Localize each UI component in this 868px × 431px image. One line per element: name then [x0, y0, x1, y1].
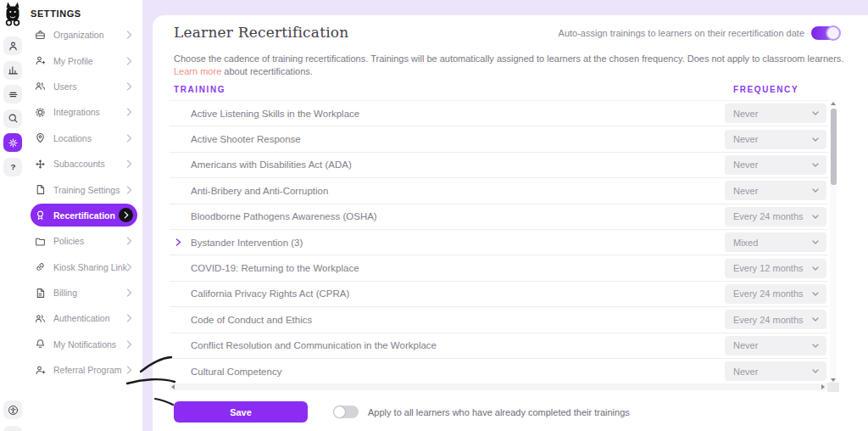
sidebar-item-label: Subaccounts: [53, 159, 105, 169]
llama-logo-icon[interactable]: [3, 2, 23, 27]
sidebar-item-authentication[interactable]: Authentication: [31, 305, 137, 331]
sidebar-item-my-profile[interactable]: My Profile: [31, 48, 137, 73]
frequency-select[interactable]: Every 24 months: [725, 284, 826, 304]
sidebar-item-policies[interactable]: Policies: [31, 228, 137, 254]
frequency-value: Mixed: [733, 238, 758, 248]
sidebar-item-kiosk-sharing-link[interactable]: Kiosk Sharing Link: [31, 255, 137, 280]
expand-chevron-icon[interactable]: [175, 238, 182, 246]
frequency-select[interactable]: Every 12 months: [725, 259, 826, 278]
frequency-select[interactable]: Never: [725, 336, 826, 355]
sidebar-item-label: Integrations: [53, 107, 100, 117]
rail-button-partial[interactable]: [3, 426, 22, 431]
chevron-down-icon: [812, 317, 819, 322]
frequency-select[interactable]: Never: [725, 181, 826, 200]
training-row: Active Listening Skills in the Workplace…: [170, 101, 828, 126]
training-name: Conflict Resolution and Communication in…: [191, 340, 437, 350]
sidebar-item-my-notifications[interactable]: My Notifications: [31, 332, 137, 357]
search-icon[interactable]: [3, 109, 22, 128]
vertical-scrollbar[interactable]: [830, 100, 837, 383]
sidebar-item-users[interactable]: Users: [31, 74, 137, 99]
content-icon[interactable]: [3, 85, 22, 104]
auto-assign-row: Auto-assign trainings to learners on the…: [559, 26, 839, 40]
sidebar-item-icon: [35, 159, 46, 170]
chevron-right-icon: [126, 134, 132, 143]
frequency-value: Never: [733, 160, 758, 170]
chevron-down-icon: [812, 292, 819, 296]
chevron-down-icon: [812, 163, 819, 167]
training-row: Bloodborne Pathogens Awareness (OSHA) Ev…: [170, 204, 828, 230]
scroll-up-arrow-icon[interactable]: [831, 102, 836, 105]
sidebar-item-label: Kiosk Sharing Link: [53, 262, 127, 272]
sidebar-item-locations[interactable]: Locations: [31, 126, 137, 151]
chevron-right-icon: [126, 237, 132, 245]
page-title: Learner Recertification: [174, 24, 348, 41]
training-row: Bystander Intervention (3) Mixed: [170, 230, 828, 255]
sidebar-item-organization[interactable]: Organization: [31, 22, 137, 48]
save-button[interactable]: Save: [174, 401, 308, 423]
gear-icon[interactable]: [3, 133, 22, 152]
toggle-knob: [334, 406, 345, 417]
toggle-knob: [826, 25, 841, 41]
training-name: Bystander Intervention (3): [191, 238, 303, 248]
reports-icon[interactable]: [3, 61, 22, 80]
frequency-value: Never: [733, 109, 758, 119]
apply-toggle-row: Apply to all learners who have already c…: [333, 406, 630, 418]
frequency-select[interactable]: Never: [725, 361, 826, 381]
chevron-down-icon: [812, 369, 819, 373]
sidebar-item-icon: [35, 313, 46, 324]
chevron-right-icon: [119, 208, 133, 222]
frequency-select[interactable]: Never: [725, 130, 826, 149]
auto-assign-label: Auto-assign trainings to learners on the…: [559, 28, 804, 38]
learner-recertification-panel: Learner Recertification Auto-assign trai…: [153, 15, 868, 431]
horizontal-scrollbar[interactable]: [170, 383, 826, 390]
sidebar-item-subaccounts[interactable]: Subaccounts: [31, 151, 137, 176]
frequency-select[interactable]: Never: [725, 104, 826, 123]
sidebar-item-label: Locations: [53, 133, 92, 143]
training-row: Code of Conduct and Ethics Every 24 mont…: [170, 307, 828, 333]
chevron-right-icon: [126, 288, 132, 297]
sidebar-item-training-settings[interactable]: Training Settings: [31, 176, 137, 202]
sidebar-item-label: Recertification: [53, 210, 115, 221]
training-name: Active Shooter Response: [191, 134, 301, 144]
chevron-right-icon: [126, 366, 132, 374]
sidebar-item-label: Policies: [53, 236, 84, 246]
vertical-scrollbar-thumb[interactable]: [831, 109, 837, 185]
chevron-down-icon: [812, 240, 819, 244]
sidebar-item-label: Organization: [53, 30, 104, 40]
training-name: COVID-19: Returning to the Workplace: [191, 263, 359, 273]
sidebar-item-icon: [35, 55, 46, 66]
sidebar-item-referral-program[interactable]: Referral Program: [31, 357, 137, 383]
training-row: California Privacy Rights Act (CPRA) Eve…: [170, 282, 828, 307]
app-icon-rail: ?: [0, 0, 25, 431]
training-name: California Privacy Rights Act (CPRA): [191, 288, 349, 299]
page-description: Choose the cadence of training recertifi…: [174, 53, 845, 78]
accessibility-icon[interactable]: [3, 400, 22, 419]
chevron-right-icon: [126, 340, 132, 349]
frequency-select[interactable]: Every 24 months: [725, 310, 826, 329]
sidebar-title: SETTINGS: [31, 8, 81, 19]
training-name: Code of Conduct and Ethics: [191, 315, 312, 325]
frequency-select[interactable]: Mixed: [725, 232, 826, 252]
frequency-select[interactable]: Every 24 months: [725, 207, 826, 227]
scroll-right-arrow-icon[interactable]: [821, 384, 825, 389]
training-name: Americans with Disabilities Act (ADA): [191, 160, 352, 170]
sidebar-item-icon: [35, 210, 46, 221]
sidebar-item-billing[interactable]: Billing: [31, 280, 137, 305]
user-icon[interactable]: [3, 36, 22, 55]
sidebar-item-label: Users: [53, 81, 76, 92]
chevron-down-icon: [812, 215, 819, 219]
apply-to-all-toggle[interactable]: [333, 406, 359, 418]
auto-assign-toggle[interactable]: [811, 26, 839, 40]
help-icon[interactable]: ?: [3, 158, 22, 176]
frequency-value: Every 12 months: [733, 263, 804, 273]
scroll-left-arrow-icon[interactable]: [171, 384, 175, 389]
frequency-select[interactable]: Never: [725, 155, 826, 175]
scroll-down-arrow-icon[interactable]: [831, 378, 836, 382]
sidebar-item-label: Referral Program: [53, 365, 122, 375]
sidebar-item-integrations[interactable]: Integrations: [31, 99, 137, 125]
chevron-down-icon: [812, 137, 819, 142]
training-row: Active Shooter Response Never: [170, 126, 828, 152]
training-row: COVID-19: Returning to the Workplace Eve…: [170, 255, 828, 281]
sidebar-item-recertification[interactable]: Recertification: [31, 204, 137, 227]
learn-more-link[interactable]: Learn more: [174, 66, 221, 76]
